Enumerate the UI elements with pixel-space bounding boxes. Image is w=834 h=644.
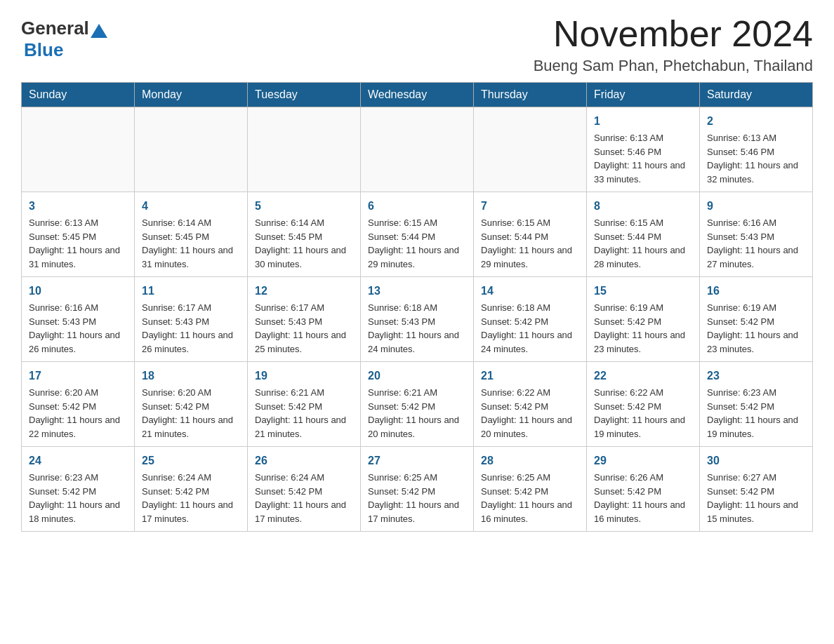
day-info-line: Daylight: 11 hours and 20 minutes. xyxy=(481,413,579,441)
page-header: General Blue November 2024 Bueng Sam Pha… xyxy=(21,14,813,75)
day-info-line: Sunrise: 6:15 AM xyxy=(481,216,579,230)
day-info-line: Daylight: 11 hours and 15 minutes. xyxy=(707,498,805,525)
day-info-line: Daylight: 11 hours and 22 minutes. xyxy=(29,413,127,441)
day-number: 26 xyxy=(255,452,353,469)
calendar-cell xyxy=(135,107,248,192)
day-number: 7 xyxy=(481,198,579,215)
week-row-4: 17Sunrise: 6:20 AMSunset: 5:42 PMDayligh… xyxy=(22,362,813,447)
day-info-line: Sunrise: 6:17 AM xyxy=(142,301,240,315)
logo-general-text: General xyxy=(21,18,89,39)
day-number: 4 xyxy=(142,198,240,215)
calendar-cell: 22Sunrise: 6:22 AMSunset: 5:42 PMDayligh… xyxy=(587,362,700,447)
day-info-line: Sunrise: 6:15 AM xyxy=(368,216,466,230)
day-number: 28 xyxy=(481,452,579,469)
day-number: 18 xyxy=(142,368,240,384)
day-info-line: Sunrise: 6:24 AM xyxy=(142,471,240,485)
day-info-line: Sunset: 5:42 PM xyxy=(142,485,240,499)
day-info-line: Sunset: 5:42 PM xyxy=(594,315,692,329)
day-info-line: Sunset: 5:42 PM xyxy=(29,400,127,414)
calendar-cell xyxy=(22,107,135,192)
calendar-cell: 8Sunrise: 6:15 AMSunset: 5:44 PMDaylight… xyxy=(587,192,700,277)
day-info-line: Sunrise: 6:16 AM xyxy=(707,216,805,230)
day-info-line: Sunrise: 6:25 AM xyxy=(368,471,466,485)
day-info-line: Sunrise: 6:16 AM xyxy=(29,301,127,315)
calendar-cell: 18Sunrise: 6:20 AMSunset: 5:42 PMDayligh… xyxy=(135,362,248,447)
day-info-line: Sunset: 5:43 PM xyxy=(707,230,805,244)
month-title: November 2024 xyxy=(534,14,813,54)
logo-blue-text: Blue xyxy=(24,39,63,60)
day-number: 10 xyxy=(29,283,127,300)
day-info-line: Sunset: 5:42 PM xyxy=(594,485,692,499)
day-info-line: Sunrise: 6:21 AM xyxy=(368,386,466,400)
day-info-line: Sunrise: 6:19 AM xyxy=(594,301,692,315)
day-info-line: Sunrise: 6:13 AM xyxy=(29,216,127,230)
calendar-cell xyxy=(248,107,361,192)
day-info-line: Sunrise: 6:20 AM xyxy=(29,386,127,400)
day-info-line: Daylight: 11 hours and 18 minutes. xyxy=(29,498,127,525)
day-number: 21 xyxy=(481,368,579,384)
header-thursday: Thursday xyxy=(474,83,587,107)
calendar-cell: 24Sunrise: 6:23 AMSunset: 5:42 PMDayligh… xyxy=(22,447,135,532)
day-info-line: Daylight: 11 hours and 24 minutes. xyxy=(368,328,466,356)
day-number: 27 xyxy=(368,452,466,469)
day-number: 9 xyxy=(707,198,805,215)
day-info-line: Sunset: 5:45 PM xyxy=(142,230,240,244)
day-info-line: Sunrise: 6:14 AM xyxy=(142,216,240,230)
day-info-line: Daylight: 11 hours and 16 minutes. xyxy=(481,498,579,525)
calendar-cell: 1Sunrise: 6:13 AMSunset: 5:46 PMDaylight… xyxy=(587,107,700,192)
header-sunday: Sunday xyxy=(22,83,135,107)
day-info-line: Daylight: 11 hours and 26 minutes. xyxy=(142,328,240,356)
calendar-cell: 9Sunrise: 6:16 AMSunset: 5:43 PMDaylight… xyxy=(700,192,813,277)
calendar-cell: 21Sunrise: 6:22 AMSunset: 5:42 PMDayligh… xyxy=(474,362,587,447)
day-info-line: Sunset: 5:42 PM xyxy=(707,485,805,499)
day-info-line: Daylight: 11 hours and 21 minutes. xyxy=(142,413,240,441)
day-number: 16 xyxy=(707,283,805,300)
day-info-line: Sunset: 5:43 PM xyxy=(255,315,353,329)
day-info-line: Sunset: 5:42 PM xyxy=(142,400,240,414)
day-info-line: Sunrise: 6:18 AM xyxy=(481,301,579,315)
day-info-line: Daylight: 11 hours and 20 minutes. xyxy=(368,413,466,441)
day-info-line: Daylight: 11 hours and 23 minutes. xyxy=(707,328,805,356)
week-row-1: 1Sunrise: 6:13 AMSunset: 5:46 PMDaylight… xyxy=(22,107,813,192)
day-info-line: Sunrise: 6:13 AM xyxy=(594,131,692,145)
calendar-cell: 11Sunrise: 6:17 AMSunset: 5:43 PMDayligh… xyxy=(135,277,248,362)
calendar-cell: 7Sunrise: 6:15 AMSunset: 5:44 PMDaylight… xyxy=(474,192,587,277)
day-number: 30 xyxy=(707,452,805,469)
calendar-cell: 16Sunrise: 6:19 AMSunset: 5:42 PMDayligh… xyxy=(700,277,813,362)
calendar-cell xyxy=(474,107,587,192)
weekday-header-row: Sunday Monday Tuesday Wednesday Thursday… xyxy=(22,83,813,107)
day-info-line: Daylight: 11 hours and 17 minutes. xyxy=(255,498,353,525)
location-subtitle: Bueng Sam Phan, Phetchabun, Thailand xyxy=(534,57,813,75)
week-row-3: 10Sunrise: 6:16 AMSunset: 5:43 PMDayligh… xyxy=(22,277,813,362)
week-row-5: 24Sunrise: 6:23 AMSunset: 5:42 PMDayligh… xyxy=(22,447,813,532)
day-info-line: Daylight: 11 hours and 30 minutes. xyxy=(255,243,353,271)
day-number: 17 xyxy=(29,368,127,384)
day-number: 1 xyxy=(594,113,692,130)
day-number: 3 xyxy=(29,198,127,215)
day-number: 23 xyxy=(707,368,805,384)
day-number: 8 xyxy=(594,198,692,215)
day-info-line: Daylight: 11 hours and 16 minutes. xyxy=(594,498,692,525)
day-number: 24 xyxy=(29,452,127,469)
calendar-cell: 27Sunrise: 6:25 AMSunset: 5:42 PMDayligh… xyxy=(361,447,474,532)
calendar-cell: 25Sunrise: 6:24 AMSunset: 5:42 PMDayligh… xyxy=(135,447,248,532)
day-info-line: Daylight: 11 hours and 19 minutes. xyxy=(594,413,692,441)
day-number: 15 xyxy=(594,283,692,300)
calendar-cell: 29Sunrise: 6:26 AMSunset: 5:42 PMDayligh… xyxy=(587,447,700,532)
header-friday: Friday xyxy=(587,83,700,107)
day-number: 19 xyxy=(255,368,353,384)
day-info-line: Sunrise: 6:20 AM xyxy=(142,386,240,400)
day-info-line: Sunset: 5:42 PM xyxy=(255,400,353,414)
day-info-line: Daylight: 11 hours and 24 minutes. xyxy=(481,328,579,356)
calendar-cell: 15Sunrise: 6:19 AMSunset: 5:42 PMDayligh… xyxy=(587,277,700,362)
day-info-line: Daylight: 11 hours and 28 minutes. xyxy=(594,243,692,271)
day-info-line: Sunset: 5:42 PM xyxy=(29,485,127,499)
calendar-cell: 3Sunrise: 6:13 AMSunset: 5:45 PMDaylight… xyxy=(22,192,135,277)
day-number: 14 xyxy=(481,283,579,300)
day-info-line: Daylight: 11 hours and 27 minutes. xyxy=(707,243,805,271)
day-info-line: Sunrise: 6:22 AM xyxy=(594,386,692,400)
day-info-line: Daylight: 11 hours and 29 minutes. xyxy=(368,243,466,271)
day-info-line: Sunrise: 6:17 AM xyxy=(255,301,353,315)
day-info-line: Sunset: 5:45 PM xyxy=(29,230,127,244)
day-number: 2 xyxy=(707,113,805,130)
